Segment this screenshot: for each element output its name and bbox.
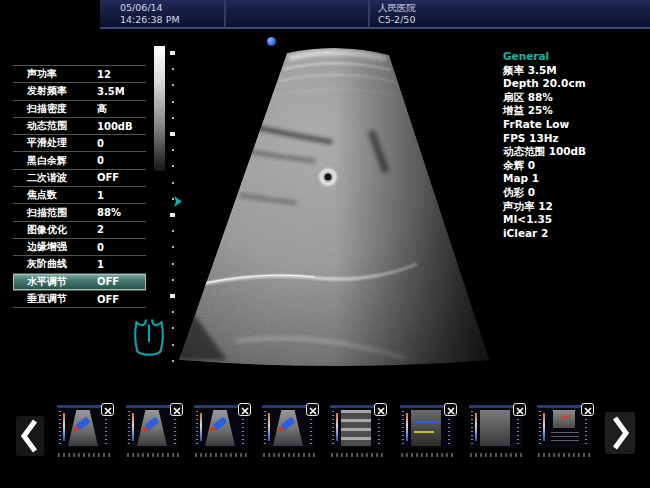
thumbnail-8[interactable] xyxy=(537,405,591,448)
close-icon[interactable] xyxy=(581,403,594,416)
param-row-focus-count[interactable]: 焦点数1 xyxy=(13,186,146,203)
thumbnail-1[interactable] xyxy=(57,405,111,448)
thumbnail-caption xyxy=(401,453,453,457)
mini-colorbar xyxy=(268,413,270,441)
info-frame-rate: FrRate Low xyxy=(503,118,648,132)
close-icon[interactable] xyxy=(306,403,319,416)
mini-image xyxy=(480,410,510,446)
patient-segment xyxy=(226,0,370,27)
mini-colorbar xyxy=(63,413,65,441)
date-text: 05/06/14 xyxy=(120,2,224,14)
image-info-panel: General 频率 3.5M Depth 20.0cm 扇区 88% 增益 2… xyxy=(503,50,648,240)
mini-image xyxy=(273,410,303,446)
mini-colorbar xyxy=(132,413,134,441)
param-row-edge-enhance[interactable]: 边缘增强0 xyxy=(13,238,146,255)
close-icon[interactable] xyxy=(374,403,387,416)
mini-image xyxy=(341,410,371,446)
ultrasound-machine-screen: 05/06/14 14:26:38 PM 人民医院 C5-2/50 声功率12 … xyxy=(0,0,650,488)
thumbnail-5[interactable] xyxy=(330,405,384,448)
param-row-dynamic-range[interactable]: 动态范围100dB xyxy=(13,117,146,134)
thumbnails-next-button[interactable] xyxy=(605,412,635,454)
thumbnail-caption xyxy=(470,453,522,457)
body-mark-icon xyxy=(130,314,168,362)
info-frequency: 频率 3.5M xyxy=(503,64,648,78)
close-icon[interactable] xyxy=(170,403,183,416)
probe-model: C5-2/50 xyxy=(378,14,650,26)
param-row-bw-persistence[interactable]: 黑白余辉0 xyxy=(13,151,146,168)
info-iclear: iClear 2 xyxy=(503,227,648,241)
info-sector: 扇区 88% xyxy=(503,91,648,105)
param-row-scan-range[interactable]: 扫描范围88% xyxy=(13,203,146,220)
mini-colorbar xyxy=(543,413,545,441)
thumbnail-caption xyxy=(195,453,247,457)
grayscale-bar xyxy=(154,46,165,171)
thumbnail-6[interactable] xyxy=(400,405,454,448)
close-icon[interactable] xyxy=(101,403,114,416)
title-bar: 05/06/14 14:26:38 PM 人民医院 C5-2/50 xyxy=(100,0,650,29)
close-icon[interactable] xyxy=(513,403,526,416)
mini-image xyxy=(553,410,575,428)
hospital-segment: 人民医院 C5-2/50 xyxy=(370,0,650,27)
param-row-harmonic[interactable]: 二次谐波OFF xyxy=(13,169,146,186)
time-text: 14:26:38 PM xyxy=(120,14,224,26)
param-row-vertical-adjust[interactable]: 垂直调节OFF xyxy=(13,290,146,307)
thumbnail-4[interactable] xyxy=(262,405,316,448)
chevron-left-icon xyxy=(16,416,44,456)
thumbnail-caption xyxy=(127,453,179,457)
param-row-acoustic-power[interactable]: 声功率12 xyxy=(13,65,146,82)
info-mi: MI<1.35 xyxy=(503,213,648,227)
mini-colorbar xyxy=(200,413,202,441)
thumbnail-2[interactable] xyxy=(126,405,180,448)
thumbnail-caption xyxy=(331,453,383,457)
close-icon[interactable] xyxy=(444,403,457,416)
param-row-gray-curve[interactable]: 灰阶曲线1 xyxy=(13,255,146,272)
info-persistence: 余辉 0 xyxy=(503,159,648,173)
close-icon[interactable] xyxy=(238,403,251,416)
info-gain: 增益 25% xyxy=(503,104,648,118)
ultrasound-image xyxy=(165,28,500,373)
parameter-panel: 声功率12 发射频率3.5M 扫描密度高 动态范围100dB 平滑处理0 黑白余… xyxy=(13,65,146,308)
thumbnails-prev-button[interactable] xyxy=(16,416,44,456)
thumbnail-caption xyxy=(538,453,590,457)
chevron-right-icon xyxy=(605,412,635,454)
preset-title: General xyxy=(503,50,648,64)
mini-colorbar xyxy=(406,413,408,441)
param-row-scan-density[interactable]: 扫描密度高 xyxy=(13,100,146,117)
info-acoustic-power: 声功率 12 xyxy=(503,200,648,214)
param-row-horizontal-adjust-selected[interactable]: 水平调节OFF xyxy=(13,273,146,290)
param-row-smoothing[interactable]: 平滑处理0 xyxy=(13,134,146,151)
mini-colorbar xyxy=(336,413,338,441)
hospital-name: 人民医院 xyxy=(378,2,650,14)
thumbnail-caption xyxy=(263,453,315,457)
probe-orientation-marker-icon xyxy=(267,37,276,46)
info-dynamic-range: 动态范围 100dB xyxy=(503,145,648,159)
param-row-image-optimize[interactable]: 图像优化2 xyxy=(13,221,146,238)
datetime-segment: 05/06/14 14:26:38 PM xyxy=(100,0,226,27)
info-fps: FPS 13Hz xyxy=(503,132,648,146)
info-map: Map 1 xyxy=(503,172,648,186)
thumbnail-7[interactable] xyxy=(469,405,523,448)
mini-colorbar xyxy=(475,413,477,441)
info-depth: Depth 20.0cm xyxy=(503,77,648,91)
mini-image xyxy=(205,410,235,446)
thumbnail-caption xyxy=(58,453,110,457)
mini-image xyxy=(68,410,98,446)
thumbnail-3[interactable] xyxy=(194,405,248,448)
mini-image xyxy=(137,410,167,446)
param-row-tx-frequency[interactable]: 发射频率3.5M xyxy=(13,82,146,99)
info-pseudocolor: 伪彩 0 xyxy=(503,186,648,200)
mini-image xyxy=(411,410,441,446)
